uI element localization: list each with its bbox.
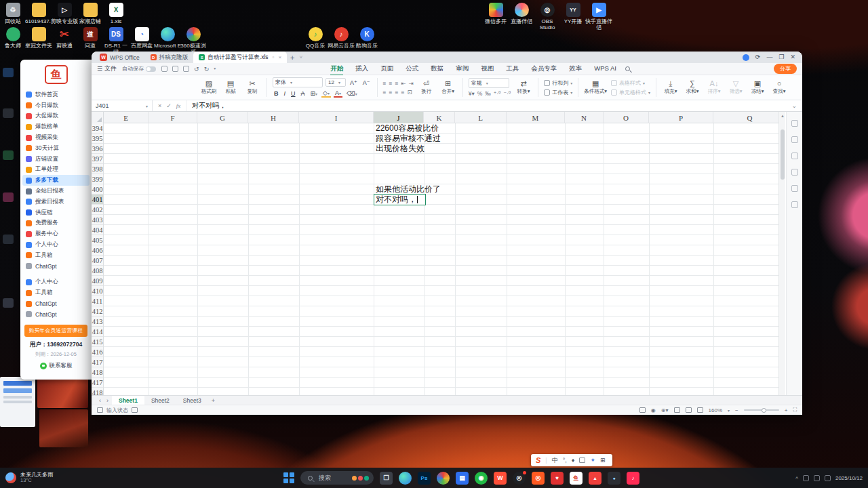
- tray-date[interactable]: 2025/10/12: [835, 475, 863, 481]
- ribbon-tab-会员专享[interactable]: 会员专享: [525, 63, 563, 75]
- italic-button[interactable]: I: [283, 90, 288, 97]
- sort-button[interactable]: A↓排序▾: [705, 80, 723, 95]
- confirm-entry-icon[interactable]: ✓: [166, 102, 172, 109]
- column-header-M[interactable]: M: [507, 112, 565, 123]
- sidebar-item-ChatGpt[interactable]: ChatGpt: [20, 298, 92, 309]
- rows-columns-button[interactable]: 行和列▾: [544, 79, 572, 87]
- column-header-J[interactable]: J: [374, 112, 424, 123]
- worksheet-button[interactable]: 工作表▾: [544, 89, 572, 96]
- sidebar-item-免费服务[interactable]: 免费服务: [20, 218, 92, 229]
- row-header-400[interactable]: 400: [92, 184, 103, 195]
- account-avatar[interactable]: [743, 54, 749, 61]
- sidebar-item-ChatGpt[interactable]: ChatGpt: [20, 261, 92, 272]
- desktop-icon-jianying[interactable]: ▷剪映专业版: [52, 3, 77, 24]
- page-break-view-icon[interactable]: [697, 407, 703, 413]
- font-size-select[interactable]: 12▾: [326, 78, 346, 87]
- taskbar-app-app-red[interactable]: ♥: [551, 472, 564, 485]
- row-header-404[interactable]: 404: [92, 225, 103, 235]
- decrease-decimal-icon[interactable]: ⁻·⁰: [503, 90, 511, 97]
- sidebar-item-视频采集[interactable]: 视频采集: [20, 132, 92, 143]
- taskbar-app-app-orange[interactable]: ◎: [532, 472, 545, 485]
- row-header-412[interactable]: 412: [92, 306, 103, 317]
- sidebar-item-工具箱[interactable]: 工具箱: [20, 287, 92, 298]
- new-tab-button[interactable]: +: [287, 54, 298, 62]
- cell-text-J394[interactable]: 22600容易被比价跟容易审核不通过出现价格失效: [376, 123, 441, 154]
- undo-icon[interactable]: ↺: [194, 66, 199, 73]
- taskbar-app-app-blue[interactable]: ▤: [456, 472, 469, 485]
- column-header-Q[interactable]: Q: [713, 112, 778, 123]
- row-header-395[interactable]: 395: [92, 134, 103, 144]
- redo-icon[interactable]: ↻: [204, 66, 210, 73]
- tray-icon-3[interactable]: [825, 475, 831, 481]
- row-header-396[interactable]: 396: [92, 144, 103, 154]
- borders-button[interactable]: ⊞▾: [309, 90, 319, 97]
- sidebar-item-大促爆款[interactable]: 大促爆款: [20, 111, 92, 122]
- pane-icon-6[interactable]: [791, 201, 798, 208]
- table-style-button[interactable]: 表格样式▾: [611, 79, 650, 87]
- ime-mic-icon[interactable]: ♦: [572, 457, 575, 464]
- taskbar-app-360-browser[interactable]: [437, 472, 450, 485]
- sidebar-item-爆款榜单[interactable]: 爆款榜单: [20, 121, 92, 132]
- filter-button[interactable]: ▽筛选▾: [727, 80, 745, 95]
- sidebar-item-工具箱[interactable]: 工具箱: [20, 250, 92, 261]
- desktop-icon-qq-music[interactable]: ♪QQ音乐: [302, 27, 328, 49]
- formula-value[interactable]: 对不对吗，: [186, 101, 231, 110]
- fullscreen-icon[interactable]: ⛶: [793, 407, 797, 413]
- pane-icon-4[interactable]: [791, 169, 798, 176]
- row-header-407[interactable]: 407: [92, 256, 103, 266]
- ime-toolbar[interactable]: S | 中 °, ♦ ✦ ⊞: [531, 454, 612, 466]
- file-menu-button[interactable]: ☰ 文件: [97, 64, 122, 73]
- align-top-left-icon[interactable]: ≡: [383, 80, 387, 87]
- select-all-corner[interactable]: [92, 112, 104, 123]
- column-headers[interactable]: EFGHIJKLMNOPQ: [92, 112, 778, 123]
- row-header-413[interactable]: 413: [92, 317, 103, 327]
- zoom-out-button[interactable]: −: [735, 407, 738, 413]
- convert-button[interactable]: ⇄转换▾: [515, 80, 532, 95]
- row-header-401[interactable]: 401: [92, 195, 103, 205]
- sidebar-item-店铺设置[interactable]: 店铺设置: [20, 154, 92, 165]
- align-left-icon[interactable]: ≡: [383, 89, 387, 96]
- active-cell-editor[interactable]: 对不对吗，: [374, 194, 426, 205]
- merge-cells-button[interactable]: ⊞合并▾: [439, 80, 457, 95]
- increase-indent-icon[interactable]: ⇥: [409, 80, 414, 87]
- row-header-405[interactable]: 405: [92, 235, 103, 245]
- grid-toggle-icon[interactable]: [639, 407, 646, 413]
- pane-icon-5[interactable]: [791, 185, 798, 192]
- orientation-icon[interactable]: ⊡: [407, 89, 412, 96]
- bold-button[interactable]: B: [273, 90, 280, 97]
- zoom-chevron-icon[interactable]: ▾: [728, 408, 730, 413]
- ribbon-tab-视图[interactable]: 视图: [475, 63, 500, 75]
- row-header-394[interactable]: 394: [92, 123, 103, 134]
- sheet-tab-Sheet3[interactable]: Sheet3: [176, 396, 208, 405]
- increase-decimal-icon[interactable]: ⁺·⁰: [494, 90, 501, 97]
- ribbon-tab-插入[interactable]: 插入: [349, 63, 374, 75]
- doc-tab-clone[interactable]: D 抖稿克隆版: [145, 52, 194, 63]
- minimize-button[interactable]: —: [766, 54, 772, 60]
- sum-button[interactable]: ∑求和▾: [684, 80, 701, 95]
- decrease-font-button[interactable]: A⁻: [361, 79, 372, 86]
- column-header-O[interactable]: O: [604, 112, 649, 123]
- row-header-402[interactable]: 402: [92, 205, 103, 215]
- desktop-icon-yy-live[interactable]: YYYY开播: [560, 3, 586, 30]
- ribbon-tab-审阅[interactable]: 审阅: [450, 63, 475, 75]
- scroll-up-icon[interactable]: ▲: [781, 114, 785, 118]
- cell-style-button[interactable]: 单元格样式▾: [611, 89, 650, 96]
- row-header-408[interactable]: 408: [92, 266, 103, 276]
- sidebar-item-软件首页[interactable]: 软件首页: [20, 89, 92, 100]
- column-header-L[interactable]: L: [455, 112, 507, 123]
- ime-punctuation-icon[interactable]: °,: [563, 457, 567, 464]
- row-header-409[interactable]: 409: [92, 276, 103, 286]
- add-sheet-button[interactable]: +: [210, 397, 217, 404]
- taskbar-app-app-pink[interactable]: ♪: [627, 472, 639, 485]
- ime-menu-icon[interactable]: ⊞: [600, 457, 606, 464]
- align-top-center-icon[interactable]: ≡: [389, 80, 393, 87]
- sidebar-item-供应链[interactable]: 供应链: [20, 207, 92, 218]
- align-right-icon[interactable]: ≡: [395, 89, 398, 96]
- sidebar-item-ChatGpt[interactable]: ChatGpt: [20, 309, 92, 320]
- ribbon-tab-工具[interactable]: 工具: [500, 63, 525, 75]
- row-header-416[interactable]: 416: [92, 347, 103, 357]
- decrease-indent-icon[interactable]: ⇤: [401, 80, 406, 87]
- start-button[interactable]: [283, 472, 294, 483]
- eye-icon[interactable]: ◉: [651, 407, 656, 413]
- row-header-418-dup[interactable]: 418: [92, 388, 103, 395]
